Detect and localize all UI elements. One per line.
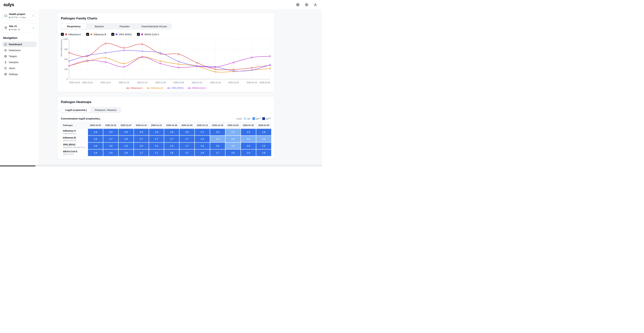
legend-label: VRS (RSV) [172,87,184,89]
heatmap-cell: 2.5 [241,129,256,135]
project-status: ACTIVE [11,16,18,18]
checkbox-checked-icon[interactable] [137,33,140,36]
heatmap-cell: 2.3 [225,135,240,142]
svg-text:1200: 1200 [63,38,68,40]
legend-item-vrs-rsv[interactable]: VRS (RSV) [167,87,184,89]
sidebar-item-detections[interactable]: Detections [2,48,36,53]
heatmap-cell: 3.0 [118,129,134,135]
pathogen-cell: Influenza AInfluenzavirus A [61,129,88,135]
heatmap-cell: 2.7 [179,135,194,142]
column-header-date: 2025-11-07 [118,122,134,129]
tab-log10-copies-ml[interactable]: Log10 (copies/mL) [61,107,91,113]
series-toggle-vrs-rsv[interactable]: VRS (RSV) [111,33,132,36]
heatmap-cell: 2.8 [118,135,134,142]
pathogen-cell: VRS (RSV)Respiratory Syncytial Virus [61,142,88,149]
scale-swatch [262,117,265,120]
home-icon [4,43,7,46]
heatmap-cell: 2.7 [164,135,179,142]
tab-bacteria[interactable]: Bacteria [86,24,112,29]
target-icon [4,55,7,58]
sidebar-item-dashboard[interactable]: Dashboard [2,42,36,47]
legend-label: Influenza B [151,87,163,89]
site-name: Site #1 [9,25,30,28]
virus-icon [4,49,7,52]
series-toggle-influenza-b[interactable]: Influenza B [86,33,106,36]
sidebar-item-label: Detections [9,49,21,52]
series-toggle-sras-cov-2[interactable]: SRAS-CoV-2 [137,33,159,36]
pathogen-cell: SRAS-CoV-2SARS-CoV-2 [61,149,88,156]
sidebar-item-targets[interactable]: Targets [2,53,36,59]
column-header-pathogen: Pathogen [61,122,88,129]
tab-respiratory[interactable]: Respiratory [61,24,86,29]
globe-icon[interactable] [296,3,300,6]
pathogen-heatmaps-card: Pathogen Heatmaps Log10 (copies/mL)Prese… [57,96,275,159]
scale-swatch [244,117,246,120]
sidebar-item-samples[interactable]: Samples [2,59,36,65]
legend-marker-icon [167,87,170,89]
checkbox-checked-icon[interactable] [86,33,89,36]
heatmap-cell: 2.8 [194,149,210,156]
sidebar-item-label: Alerts [9,67,15,70]
heatmap-cell: 2.8 [256,149,272,156]
checkbox-checked-icon[interactable] [61,33,64,36]
series-toggle-influenza-a[interactable]: Influenza A [61,33,81,36]
scrollbar-thumb[interactable] [0,165,36,166]
heatmap-cell: 2.9 [149,129,164,135]
heatmap-cell: 2.6 [88,142,103,149]
heatmap-cell: 2.9 [179,129,194,135]
heatmap-cell: 2.6 [256,129,272,135]
heatmap-cell: 2.4 [241,135,256,142]
pathogen-name: SRAS-CoV-2 [63,150,86,153]
series-toggles: Influenza AInfluenza BVRS (RSV)SRAS-CoV-… [61,33,271,36]
column-header-date: 2025-12-12 [194,122,210,129]
tab-parasites[interactable]: Parasites [112,24,137,29]
heatmap-cell: 2.5 [210,142,225,149]
series-color-dot [116,33,118,35]
column-header-date: 2025-10-24 [88,122,103,129]
pathogen-subtitle: Influenzavirus A [63,133,86,135]
column-header-date: 2025-11-28 [164,122,179,129]
user-icon[interactable] [314,3,317,6]
legend-item-influenza-a[interactable]: Influenza A [126,87,142,89]
heatmap-cell: 2.4 [210,135,225,142]
pathogen-subtitle: SARS-CoV-2 [63,153,86,155]
legend-item-influenza-b[interactable]: Influenza B [146,87,163,89]
scale-stop: 103.5+ [262,117,271,120]
heatmap-cell: 3.0 [149,142,164,149]
checkbox-checked-icon[interactable] [111,33,114,36]
heatmaps-card-title: Pathogen Heatmaps [61,100,271,104]
pathogen-subtitle: Influenzavirus B [63,139,86,141]
sidebar-item-label: Dashboard [9,43,22,46]
tab-gastrointestinal-viruses[interactable]: Gastrointestinal Viruses [137,24,171,29]
column-header-date: 2025-11-14 [134,122,149,129]
column-header-date: 2026-01-09 [256,122,272,129]
heatmap-section-label: Concentration log10 (copies/mL) [61,117,100,120]
scale-stop-label: 101 [247,117,250,120]
legend-item-sras-cov-2[interactable]: SRAS-CoV-2 [188,87,206,89]
heatmap-cell: 2.7 [194,129,210,135]
horizontal-scrollbar[interactable] [0,165,322,166]
scale-stop: 101 [244,117,250,120]
svg-text:2025-11-14: 2025-11-14 [119,81,129,84]
site-selector[interactable]: Site #1 Health: 35 [2,23,36,32]
sidebar-item-settings[interactable]: Settings [2,71,36,77]
scale-stop-label: 102.5 [256,117,260,120]
series-toggle-label: SRAS-CoV-2 [144,33,159,36]
project-selector[interactable]: Health project ACTIVE • 6 sites [2,11,36,20]
nav-heading: Navigation [3,36,36,39]
heatmap-cell: 2.4 [225,129,240,135]
heatmap-cell: 2.6 [241,142,256,149]
y-axis-title: Concentration (cop [60,39,63,79]
series-toggle-label: Influenza A [68,33,81,36]
sidebar-item-label: Settings [9,73,18,76]
site-health-label: Health: 35 [11,28,20,31]
sidebar: Health project ACTIVE • 6 sites Site #1 … [0,9,39,166]
svg-text:2025-10-24: 2025-10-24 [69,81,80,84]
tab-presence-absence[interactable]: Presence / Absence [91,107,121,113]
sidebar-item-alerts[interactable]: Alerts [2,65,36,71]
heatmap-cell: 2.5 [88,135,103,142]
svg-text:2026-01-02: 2026-01-02 [246,81,257,84]
project-sites-count: 6 sites [20,16,26,18]
svg-text:2025-12-26: 2025-12-26 [228,81,239,84]
gear-icon[interactable] [305,3,308,6]
